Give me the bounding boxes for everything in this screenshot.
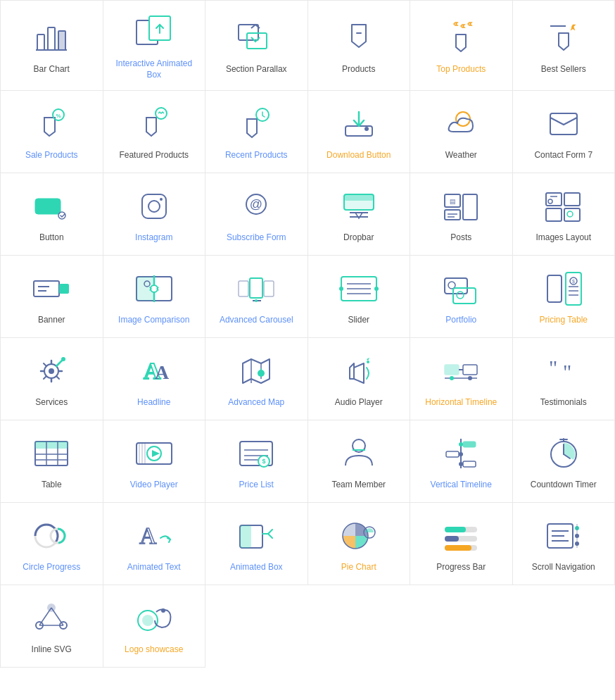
svg-point-113 bbox=[459, 462, 463, 466]
cell-scroll-navigation[interactable]: Scroll Navigation bbox=[513, 503, 616, 585]
cell-instagram[interactable]: Instagram bbox=[103, 173, 206, 256]
svg-line-144 bbox=[39, 608, 51, 625]
cell-posts[interactable]: ▤ Posts bbox=[410, 173, 513, 256]
cell-video-player[interactable]: Video Player bbox=[103, 420, 206, 503]
slider-icon bbox=[340, 270, 378, 308]
svg-point-111 bbox=[459, 442, 463, 446]
svg-point-14 bbox=[364, 127, 369, 131]
cell-sale-products[interactable]: % Sale Products bbox=[1, 91, 103, 173]
cell-images-layout[interactable]: Images Layout bbox=[513, 173, 616, 256]
cell-price-list[interactable]: $ Price List bbox=[205, 420, 308, 503]
weather-label: Weather bbox=[445, 150, 477, 161]
svg-point-84 bbox=[450, 376, 454, 380]
cell-headline[interactable]: A A Headline bbox=[103, 338, 206, 420]
cell-testimonials[interactable]: " " Testimonials bbox=[513, 338, 616, 420]
cell-animated-box[interactable]: Animated Box bbox=[205, 503, 308, 585]
cell-logo-showcase[interactable]: Logo showcase bbox=[103, 585, 206, 668]
circle-progress-label: Circle Progress bbox=[23, 562, 80, 573]
cell-subscribe-form[interactable]: @ Subscribe Form bbox=[205, 173, 308, 256]
images-layout-icon bbox=[545, 187, 583, 225]
cell-services[interactable]: Services bbox=[1, 338, 103, 420]
svg-rect-130 bbox=[445, 536, 459, 542]
cell-contact-form-7[interactable]: Contact Form 7 bbox=[513, 91, 616, 173]
svg-rect-2 bbox=[58, 31, 65, 50]
cell-recent-products[interactable]: Recent Products bbox=[205, 91, 308, 173]
cell-weather[interactable]: Weather bbox=[410, 91, 513, 173]
services-label: Services bbox=[35, 397, 68, 408]
svg-point-58 bbox=[374, 287, 379, 291]
svg-rect-132 bbox=[445, 545, 471, 551]
advanced-map-label: Advanced Map bbox=[228, 397, 284, 408]
portfolio-label: Portfolio bbox=[445, 315, 476, 326]
animated-box-label: Animated Box bbox=[230, 562, 283, 573]
svg-point-53 bbox=[255, 299, 258, 302]
cell-featured-products[interactable]: Featured Products bbox=[103, 91, 206, 173]
posts-label: Posts bbox=[450, 232, 471, 244]
cell-dropbar[interactable]: Dropbar bbox=[308, 173, 411, 256]
scroll-navigation-icon bbox=[545, 517, 583, 555]
svg-point-21 bbox=[160, 198, 163, 201]
audio-player-label: Audio Player bbox=[335, 397, 383, 408]
svg-rect-109 bbox=[446, 451, 459, 457]
cell-advanced-map[interactable]: Advanced Map bbox=[205, 338, 308, 420]
svg-point-148 bbox=[142, 615, 153, 626]
circle-progress-icon bbox=[32, 517, 70, 555]
pie-chart-label: Pie Chart bbox=[341, 562, 376, 573]
cell-animated-text[interactable]: A Animated Text bbox=[103, 503, 206, 585]
cell-best-sellers[interactable]: Best Sellers bbox=[513, 1, 616, 91]
products-icon bbox=[340, 19, 378, 57]
cell-banner[interactable]: Banner bbox=[1, 256, 103, 338]
cell-portfolio[interactable]: Portfolio bbox=[410, 256, 513, 338]
interactive-animated-box-icon bbox=[135, 13, 173, 51]
section-parallax-label: Section Parallax bbox=[226, 64, 287, 75]
posts-icon: ▤ bbox=[442, 187, 480, 225]
products-label: Products bbox=[342, 64, 375, 75]
svg-point-59 bbox=[339, 287, 343, 291]
svg-point-18 bbox=[58, 212, 65, 219]
cell-slider[interactable]: Slider bbox=[308, 256, 411, 338]
scroll-navigation-label: Scroll Navigation bbox=[532, 562, 595, 573]
cell-countdown-timer[interactable]: Countdown Timer bbox=[513, 420, 616, 503]
cell-top-products[interactable]: Top Products bbox=[410, 1, 513, 91]
svg-rect-64 bbox=[547, 275, 562, 302]
banner-label: Banner bbox=[38, 315, 65, 326]
cell-vertical-timeline[interactable]: Vertical Timeline bbox=[410, 420, 513, 503]
advanced-map-icon bbox=[237, 352, 275, 390]
cell-products[interactable]: Products bbox=[308, 1, 411, 91]
svg-text:A: A bbox=[155, 361, 170, 383]
cell-audio-player[interactable]: Audio Player bbox=[308, 338, 411, 420]
cell-inline-svg[interactable]: Inline SVG bbox=[1, 585, 103, 668]
inline-svg-icon bbox=[32, 599, 70, 637]
svg-rect-1 bbox=[48, 27, 55, 50]
cell-interactive-animated-box[interactable]: Interactive Animated Box bbox=[103, 1, 206, 91]
advanced-carousel-label: Advanced Carousel bbox=[220, 315, 293, 326]
team-member-icon bbox=[340, 435, 378, 473]
image-comparison-icon bbox=[135, 270, 173, 308]
cell-image-comparison[interactable]: Image Comparison bbox=[103, 256, 206, 338]
vertical-timeline-label: Vertical Timeline bbox=[431, 480, 492, 491]
video-player-icon bbox=[135, 435, 173, 473]
cell-circle-progress[interactable]: Circle Progress bbox=[1, 503, 103, 585]
svg-point-73 bbox=[61, 357, 65, 361]
slider-label: Slider bbox=[348, 315, 369, 326]
svg-line-145 bbox=[51, 608, 63, 625]
table-icon bbox=[32, 435, 70, 473]
cell-bar-chart[interactable]: Bar Chart bbox=[1, 1, 103, 91]
cell-button[interactable]: Button bbox=[1, 173, 103, 256]
cell-team-member[interactable]: Team Member bbox=[308, 420, 411, 503]
cell-pie-chart[interactable]: Pie Chart bbox=[308, 503, 411, 585]
team-member-label: Team Member bbox=[331, 480, 386, 491]
cell-section-parallax[interactable]: Section Parallax bbox=[205, 1, 308, 91]
cell-progress-bar[interactable]: Progress Bar bbox=[410, 503, 513, 585]
svg-point-72 bbox=[49, 368, 54, 374]
cell-pricing-table[interactable]: $ Pricing Table bbox=[513, 256, 616, 338]
cell-table[interactable]: Table bbox=[1, 420, 103, 503]
cell-horizontal-timeline[interactable]: Horizontal Timeline bbox=[410, 338, 513, 420]
best-sellers-icon bbox=[545, 19, 583, 57]
price-list-icon: $ bbox=[237, 435, 275, 473]
svg-rect-33 bbox=[546, 193, 562, 206]
cell-download-button[interactable]: Download Button bbox=[308, 91, 411, 173]
svg-rect-80 bbox=[445, 365, 459, 375]
svg-text:": " bbox=[549, 356, 557, 379]
cell-advanced-carousel[interactable]: Advanced Carousel bbox=[205, 256, 308, 338]
